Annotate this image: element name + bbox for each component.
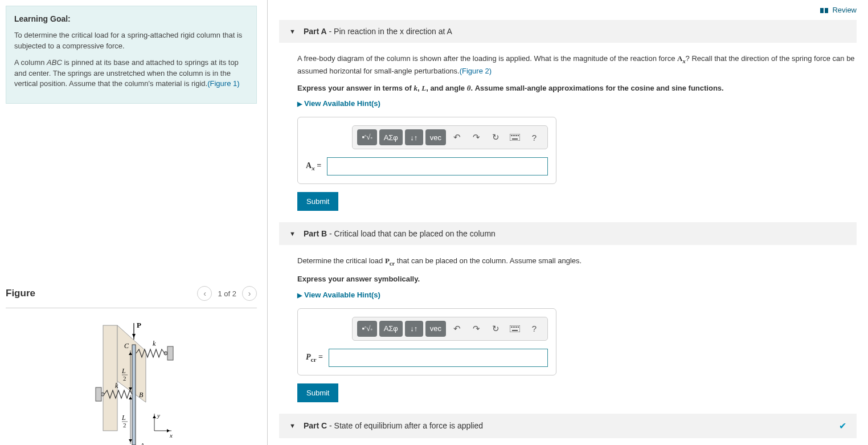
part-a-header[interactable]: ▼ Part A - Pin reaction in the x directi…: [279, 20, 857, 43]
svg-rect-23: [825, 8, 828, 13]
greek-button[interactable]: ΑΣφ: [379, 321, 403, 337]
reset-icon[interactable]: ↻: [487, 321, 504, 337]
svg-rect-26: [513, 135, 514, 136]
part-b-hints-link[interactable]: ▶View Available Hint(s): [297, 291, 857, 299]
svg-text:k: k: [115, 382, 118, 390]
part-a-body: A free-body diagram of the column is sho…: [279, 43, 857, 211]
part-c-header[interactable]: ▼ Part C - State of equilibrium after a …: [279, 414, 857, 438]
figure-image: P k C k B A: [6, 308, 257, 445]
part-a-label: Part A: [304, 27, 327, 36]
left-panel: Learning Goal: To determine the critical…: [0, 0, 268, 445]
vec-button[interactable]: vec: [425, 321, 446, 337]
right-panel: Review ▼ Part A - Pin reaction in the x …: [268, 0, 868, 445]
figure-section: Figure ‹ 1 of 2 › P k: [6, 286, 257, 445]
part-c-body: Once the critical load is known, the sta…: [279, 438, 857, 445]
svg-text:L: L: [121, 367, 126, 375]
part-a-answer-row: Ax =: [306, 157, 548, 175]
svg-rect-28: [516, 135, 517, 136]
svg-rect-34: [514, 326, 515, 328]
undo-icon[interactable]: ↶: [448, 321, 465, 337]
svg-rect-27: [514, 135, 515, 136]
figure-heading: Figure: [6, 288, 35, 299]
undo-icon[interactable]: ↶: [448, 129, 465, 145]
part-b-title: - Critical load that can be placed on th…: [327, 229, 496, 238]
svg-rect-1: [132, 345, 136, 445]
part-a-submit-button[interactable]: Submit: [297, 192, 338, 211]
figure-prev-button[interactable]: ‹: [197, 286, 212, 301]
help-icon[interactable]: ?: [526, 321, 543, 337]
part-b-answer-label: Pcr =: [306, 353, 323, 363]
reset-icon[interactable]: ↻: [487, 129, 504, 145]
part-a-title: - Pin reaction in the x direction at A: [327, 27, 452, 36]
equation-toolbar: ▪▫√▫ ΑΣφ ↓↑ vec ↶ ↷ ↻ ?: [352, 317, 548, 341]
part-a-description: A free-body diagram of the column is sho…: [297, 53, 857, 77]
svg-text:B: B: [139, 391, 144, 399]
redo-icon[interactable]: ↷: [468, 321, 485, 337]
svg-rect-0: [103, 325, 117, 431]
keyboard-icon[interactable]: [506, 129, 523, 145]
learning-goal-para1: To determine the critical load for a spr…: [14, 30, 248, 52]
column-diagram: P k C k B A: [66, 320, 197, 445]
svg-text:2: 2: [123, 375, 126, 382]
svg-rect-22: [820, 8, 824, 13]
part-c-label: Part C: [304, 421, 327, 430]
svg-rect-30: [512, 138, 518, 140]
triangle-right-icon: ▶: [297, 100, 302, 107]
svg-rect-33: [513, 326, 514, 328]
part-a-answer-label: Ax =: [306, 161, 321, 172]
svg-rect-35: [516, 326, 517, 328]
review-link[interactable]: Review: [279, 0, 857, 20]
part-a-instruction: Express your answer in terms of k, L, an…: [297, 83, 857, 94]
templates-button[interactable]: ▪▫√▫: [357, 321, 376, 337]
caret-down-icon: ▼: [289, 230, 296, 237]
figure-2-link[interactable]: (Figure 2): [460, 67, 492, 75]
svg-rect-32: [511, 326, 512, 328]
svg-rect-25: [511, 135, 512, 136]
vec-button[interactable]: vec: [425, 129, 446, 145]
svg-text:k: k: [153, 340, 156, 348]
caret-down-icon: ▼: [289, 422, 296, 429]
part-b-body: Determine the critical load Pcr that can…: [279, 245, 857, 402]
part-b-header[interactable]: ▼ Part B - Critical load that can be pla…: [279, 222, 857, 245]
svg-rect-29: [518, 135, 519, 136]
svg-text:C: C: [124, 342, 129, 350]
svg-rect-4: [167, 346, 173, 360]
part-b-answer-row: Pcr =: [306, 349, 548, 367]
part-b-answer-input[interactable]: [329, 349, 548, 367]
redo-icon[interactable]: ↷: [468, 129, 485, 145]
part-b-submit-button[interactable]: Submit: [297, 383, 338, 402]
help-icon[interactable]: ?: [526, 129, 543, 145]
part-a: ▼ Part A - Pin reaction in the x directi…: [279, 20, 857, 211]
svg-rect-8: [96, 387, 101, 401]
part-a-answer-input[interactable]: [327, 157, 548, 175]
svg-rect-36: [518, 326, 519, 328]
part-b-instruction: Express your answer symbolically.: [297, 273, 857, 285]
svg-text:y: y: [157, 412, 160, 419]
figure-1-link[interactable]: (Figure 1): [207, 79, 239, 88]
arrows-button[interactable]: ↓↑: [405, 321, 423, 337]
svg-rect-37: [512, 330, 518, 331]
greek-button[interactable]: ΑΣφ: [379, 129, 403, 145]
triangle-right-icon: ▶: [297, 292, 302, 299]
figure-counter: 1 of 2: [218, 289, 236, 298]
templates-button[interactable]: ▪▫√▫: [357, 129, 376, 145]
caret-down-icon: ▼: [289, 28, 296, 35]
figure-next-button[interactable]: ›: [242, 286, 257, 301]
part-b-description: Determine the critical load Pcr that can…: [297, 255, 857, 268]
arrows-button[interactable]: ↓↑: [405, 129, 423, 145]
keyboard-icon[interactable]: [506, 321, 523, 337]
part-b: ▼ Part B - Critical load that can be pla…: [279, 222, 857, 402]
part-b-answer-box: ▪▫√▫ ΑΣφ ↓↑ vec ↶ ↷ ↻ ? Pcr =: [297, 308, 556, 375]
learning-goal-box: Learning Goal: To determine the critical…: [6, 6, 257, 104]
equation-toolbar: ▪▫√▫ ΑΣφ ↓↑ vec ↶ ↷ ↻ ?: [352, 125, 548, 149]
part-a-hints-link[interactable]: ▶View Available Hint(s): [297, 99, 857, 108]
svg-rect-24: [510, 134, 520, 141]
figure-nav: ‹ 1 of 2 ›: [197, 286, 257, 301]
part-a-answer-box: ▪▫√▫ ΑΣφ ↓↑ vec ↶ ↷ ↻ ? Ax =: [297, 117, 556, 184]
svg-text:L: L: [121, 414, 126, 422]
part-c: ▼ Part C - State of equilibrium after a …: [279, 414, 857, 445]
svg-rect-31: [510, 325, 520, 332]
check-icon: ✔: [839, 420, 846, 431]
svg-text:x: x: [169, 432, 173, 439]
learning-goal-heading: Learning Goal:: [14, 14, 248, 23]
